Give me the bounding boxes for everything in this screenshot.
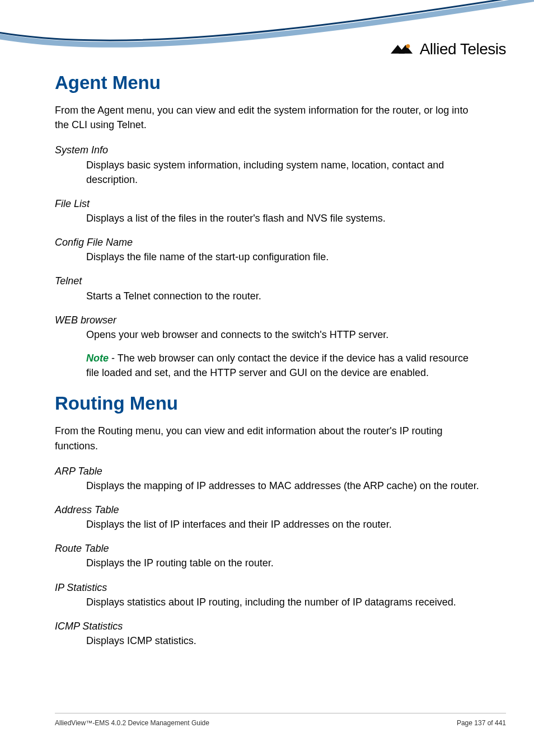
item-route-table: Route Table Displays the IP routing tabl… xyxy=(55,542,480,570)
item-file-list: File List Displays a list of the files i… xyxy=(55,197,480,226)
item-label: System Info xyxy=(55,143,480,157)
footer-left: AlliedView™-EMS 4.0.2 Device Management … xyxy=(55,719,209,727)
note-keyword: Note xyxy=(86,353,109,364)
item-label: ICMP Statistics xyxy=(55,619,480,633)
item-body: Opens your web browser and connects to t… xyxy=(86,327,480,342)
item-ip-statistics: IP Statistics Displays statistics about … xyxy=(55,581,480,609)
item-icmp-statistics: ICMP Statistics Displays ICMP statistics… xyxy=(55,619,480,648)
item-body: Displays the mapping of IP addresses to … xyxy=(86,478,480,493)
intro-routing-menu: From the Routing menu, you can view and … xyxy=(55,424,480,453)
item-body: Displays the list of IP interfaces and t… xyxy=(86,517,480,532)
item-label: Telnet xyxy=(55,274,480,288)
item-label: Route Table xyxy=(55,542,480,556)
brand: Allied Telesis xyxy=(391,40,506,58)
item-system-info: System Info Displays basic system inform… xyxy=(55,143,480,186)
page-content: Agent Menu From the Agent menu, you can … xyxy=(55,73,480,658)
brand-text: Allied Telesis xyxy=(420,40,506,58)
item-address-table: Address Table Displays the list of IP in… xyxy=(55,503,480,532)
allied-telesis-logo-icon xyxy=(391,43,414,55)
svg-point-2 xyxy=(406,44,410,48)
heading-agent-menu: Agent Menu xyxy=(55,73,480,93)
heading-routing-menu: Routing Menu xyxy=(55,393,480,414)
item-body: Displays basic system information, inclu… xyxy=(86,158,480,187)
item-telnet: Telnet Starts a Telnet connection to the… xyxy=(55,274,480,303)
item-web-browser: WEB browser Opens your web browser and c… xyxy=(55,313,480,380)
item-note: Note - The web browser can only contact … xyxy=(86,351,480,380)
intro-agent-menu: From the Agent menu, you can view and ed… xyxy=(55,103,480,132)
item-body: Displays a list of the files in the rout… xyxy=(86,211,480,226)
item-label: Config File Name xyxy=(55,236,480,250)
footer-right: Page 137 of 441 xyxy=(457,719,506,727)
item-body: Displays the file name of the start-up c… xyxy=(86,250,480,264)
note-text: - The web browser can only contact the d… xyxy=(86,353,469,378)
item-body: Displays the IP routing table on the rou… xyxy=(86,556,480,570)
item-label: WEB browser xyxy=(55,313,480,327)
item-label: File List xyxy=(55,197,480,211)
item-label: IP Statistics xyxy=(55,581,480,595)
item-label: ARP Table xyxy=(55,464,480,478)
item-config-file-name: Config File Name Displays the file name … xyxy=(55,236,480,264)
item-arp-table: ARP Table Displays the mapping of IP add… xyxy=(55,464,480,493)
page-footer: AlliedView™-EMS 4.0.2 Device Management … xyxy=(55,713,506,727)
footer-rule xyxy=(55,713,506,713)
item-body: Displays ICMP statistics. xyxy=(86,633,480,648)
item-body: Starts a Telnet connection to the router… xyxy=(86,289,480,303)
item-label: Address Table xyxy=(55,503,480,517)
item-body: Displays statistics about IP routing, in… xyxy=(86,595,480,609)
